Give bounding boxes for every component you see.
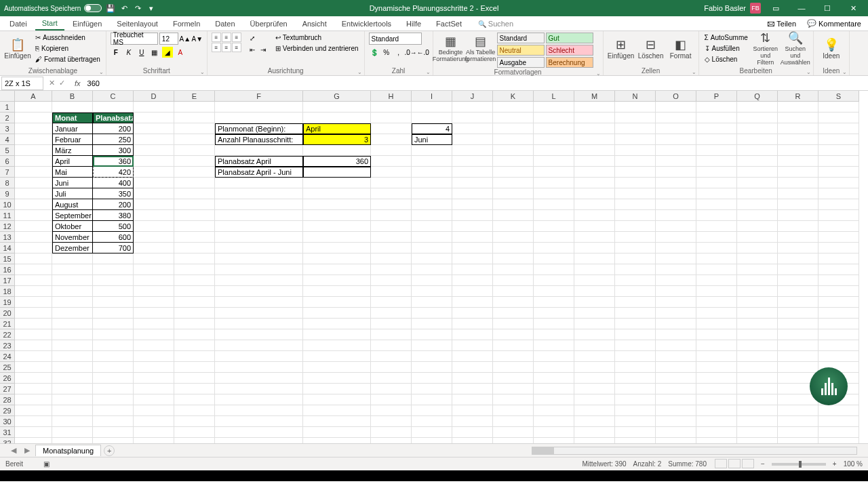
- cell-B12[interactable]: Oktober: [52, 221, 93, 232]
- cell-N16[interactable]: [615, 264, 656, 275]
- cell-A29[interactable]: [15, 405, 52, 416]
- cell-D17[interactable]: [134, 275, 174, 286]
- cell-I7[interactable]: [412, 167, 452, 178]
- cell-L4[interactable]: [534, 134, 574, 145]
- cell-B16[interactable]: [52, 264, 93, 275]
- cell-G25[interactable]: [303, 362, 371, 373]
- row-header-16[interactable]: 16: [0, 264, 15, 275]
- cell-J14[interactable]: [452, 243, 493, 253]
- cell-C22[interactable]: [93, 329, 134, 340]
- cell-G26[interactable]: [303, 373, 371, 384]
- cell-N27[interactable]: [615, 384, 656, 394]
- cell-A11[interactable]: [15, 210, 52, 221]
- cell-Q5[interactable]: [737, 145, 778, 156]
- cell-G24[interactable]: [303, 351, 371, 362]
- cell-L14[interactable]: [534, 243, 574, 253]
- cell-E2[interactable]: [174, 113, 215, 123]
- cell-E19[interactable]: [174, 297, 215, 308]
- cell-B27[interactable]: [52, 384, 93, 394]
- cell-O2[interactable]: [656, 113, 696, 123]
- row-header-21[interactable]: 21: [0, 319, 15, 329]
- cell-R2[interactable]: [778, 113, 818, 123]
- cell-Q12[interactable]: [737, 221, 778, 232]
- tell-me-search[interactable]: Suchen: [478, 20, 513, 28]
- cell-M10[interactable]: [574, 199, 615, 210]
- user-name[interactable]: Fabio Basler: [704, 4, 746, 12]
- cell-O32[interactable]: [656, 438, 696, 443]
- cell-B23[interactable]: [52, 340, 93, 351]
- cell-N2[interactable]: [615, 113, 656, 123]
- save-icon[interactable]: 💾: [106, 3, 115, 13]
- cell-H22[interactable]: [371, 329, 412, 340]
- cell-A32[interactable]: [15, 438, 52, 443]
- cell-A16[interactable]: [15, 264, 52, 275]
- cell-A24[interactable]: [15, 351, 52, 362]
- row-header-12[interactable]: 12: [0, 221, 15, 232]
- cell-B26[interactable]: [52, 373, 93, 384]
- cell-E8[interactable]: [174, 178, 215, 188]
- cell-R6[interactable]: [778, 156, 818, 167]
- cell-C13[interactable]: 600: [93, 232, 134, 243]
- cell-A20[interactable]: [15, 308, 52, 319]
- cell-B7[interactable]: Mai: [52, 167, 93, 178]
- cell-G18[interactable]: [303, 286, 371, 297]
- cell-K6[interactable]: [493, 156, 534, 167]
- cell-H25[interactable]: [371, 362, 412, 373]
- cell-N14[interactable]: [615, 243, 656, 253]
- cell-G10[interactable]: [303, 199, 371, 210]
- cell-K8[interactable]: [493, 178, 534, 188]
- cell-N5[interactable]: [615, 145, 656, 156]
- shrink-font-icon[interactable]: A▼: [192, 33, 203, 44]
- cell-O24[interactable]: [656, 351, 696, 362]
- cell-H17[interactable]: [371, 275, 412, 286]
- cell-D6[interactable]: [134, 156, 174, 167]
- grow-font-icon[interactable]: A▲: [180, 33, 191, 44]
- cell-D4[interactable]: [134, 134, 174, 145]
- cell-K31[interactable]: [493, 427, 534, 438]
- cell-R7[interactable]: [778, 167, 818, 178]
- cell-J30[interactable]: [452, 416, 493, 427]
- tab-formulas[interactable]: Formeln: [166, 18, 207, 30]
- cell-G15[interactable]: [303, 253, 371, 264]
- cell-I13[interactable]: [412, 232, 452, 243]
- cell-L10[interactable]: [534, 199, 574, 210]
- style-standard[interactable]: Standard: [497, 33, 545, 43]
- cell-R5[interactable]: [778, 145, 818, 156]
- cell-L8[interactable]: [534, 178, 574, 188]
- italic-button[interactable]: K: [123, 47, 134, 58]
- cell-I22[interactable]: [412, 329, 452, 340]
- cell-Q3[interactable]: [737, 123, 778, 134]
- cell-N21[interactable]: [615, 319, 656, 329]
- cell-R9[interactable]: [778, 188, 818, 199]
- cell-R4[interactable]: [778, 134, 818, 145]
- cell-K7[interactable]: [493, 167, 534, 178]
- cell-Q18[interactable]: [737, 286, 778, 297]
- cell-J18[interactable]: [452, 286, 493, 297]
- cell-H31[interactable]: [371, 427, 412, 438]
- cell-A27[interactable]: [15, 384, 52, 394]
- cell-F12[interactable]: [215, 221, 303, 232]
- format-painter-button[interactable]: 🖌 Format übertragen: [34, 54, 102, 64]
- cell-S3[interactable]: [818, 123, 859, 134]
- cell-D26[interactable]: [134, 373, 174, 384]
- cell-I19[interactable]: [412, 297, 452, 308]
- cell-I20[interactable]: [412, 308, 452, 319]
- cell-S29[interactable]: [818, 405, 859, 416]
- cell-G5[interactable]: [303, 145, 371, 156]
- fill-color-button[interactable]: ◢: [162, 47, 173, 58]
- cell-B17[interactable]: [52, 275, 93, 286]
- cell-L28[interactable]: [534, 394, 574, 405]
- row-header-24[interactable]: 24: [0, 351, 15, 362]
- cell-D7[interactable]: [134, 167, 174, 178]
- cell-D28[interactable]: [134, 394, 174, 405]
- cell-A22[interactable]: [15, 329, 52, 340]
- row-header-9[interactable]: 9: [0, 188, 15, 199]
- cell-M19[interactable]: [574, 297, 615, 308]
- cell-O25[interactable]: [656, 362, 696, 373]
- cell-O22[interactable]: [656, 329, 696, 340]
- cell-H11[interactable]: [371, 210, 412, 221]
- cell-Q21[interactable]: [737, 319, 778, 329]
- cell-H12[interactable]: [371, 221, 412, 232]
- cell-Q11[interactable]: [737, 210, 778, 221]
- cell-O26[interactable]: [656, 373, 696, 384]
